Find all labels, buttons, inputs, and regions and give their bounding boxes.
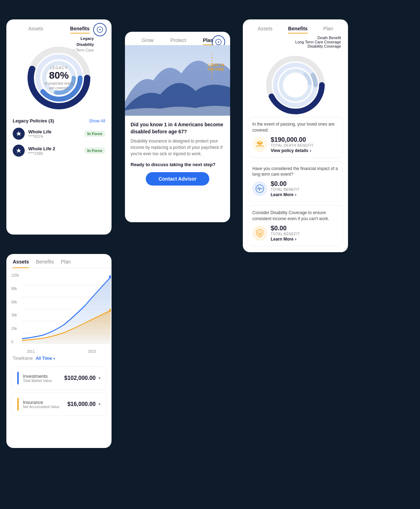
investments-bar bbox=[17, 372, 19, 384]
benefit-item-disability: Consider Disability Coverage to ensure c… bbox=[248, 205, 343, 246]
policy-item-2: Whole Life 2 ****2390 In Force bbox=[13, 145, 105, 157]
timeframe-chevron: ▾ bbox=[53, 357, 55, 360]
people-icon bbox=[252, 137, 267, 152]
svg-point-17 bbox=[259, 143, 261, 145]
assets-tabs: Assets Benefits Plan bbox=[6, 254, 112, 268]
y-axis: 0 15k 30k 60k 90k 120k bbox=[11, 273, 19, 344]
view-policy-link[interactable]: View policy details › bbox=[271, 148, 313, 153]
policies-header: Legacy Policies (3) Show All bbox=[13, 118, 105, 123]
svg-point-16 bbox=[260, 142, 263, 144]
learn-more-disability-link[interactable]: Learn More › bbox=[271, 237, 300, 242]
mountain-chart: LOSS IN INCOME ↑ ↓ bbox=[125, 45, 230, 116]
plan-card: Grow Protect Plan bbox=[125, 32, 230, 222]
policy-item-1: Whole Life ****8374 In Force bbox=[13, 128, 105, 140]
policies-section: Legacy Policies (3) Show All Whole Life … bbox=[6, 113, 112, 157]
card1-header: Assets Benefits bbox=[6, 19, 112, 34]
loss-income-label: LOSS IN INCOME bbox=[208, 63, 224, 71]
policies-title: Legacy Policies (3) bbox=[13, 118, 54, 123]
tab-assets-1[interactable]: Assets bbox=[28, 26, 43, 34]
right-donut bbox=[264, 53, 327, 117]
donut-center: LEGACY 80% of projected needs are covere… bbox=[44, 66, 73, 90]
policy-info-1: Whole Life ****8374 bbox=[28, 129, 84, 139]
policy-info-2: Whole Life 2 ****2390 bbox=[28, 146, 84, 156]
contact-advisor-button[interactable]: Contact Advisor bbox=[146, 172, 209, 186]
donut-section: Legacy Disability Long Term Care LEGACY bbox=[6, 36, 112, 113]
tab-benefits-4[interactable]: Benefits bbox=[36, 259, 54, 268]
assets-card: Assets Benefits Plan 0 15k 30k 60k 90k 1… bbox=[6, 254, 112, 448]
heart-monitor-icon bbox=[252, 181, 267, 196]
tab-assets-3[interactable]: Assets bbox=[258, 26, 272, 34]
x-axis: 2011 2023 bbox=[11, 349, 107, 353]
discuss-text: Ready to discuss taking the next step? bbox=[131, 162, 224, 167]
tab-grow[interactable]: Grow bbox=[142, 37, 154, 45]
insurance-bar bbox=[17, 398, 19, 411]
benefit-item-death: In the event of passing, your loved ones… bbox=[248, 117, 343, 158]
benefits-card: Assets Benefits Legacy Disability Long T… bbox=[6, 19, 112, 235]
tab-assets-4[interactable]: Assets bbox=[13, 259, 29, 268]
card2-header: Grow Protect Plan bbox=[125, 32, 230, 45]
tab-plan-3[interactable]: Plan bbox=[323, 26, 333, 34]
tab-protect[interactable]: Protect bbox=[170, 37, 186, 45]
logo-icon-1 bbox=[93, 23, 107, 36]
line-chart-svg bbox=[22, 273, 111, 347]
tab-benefits-1[interactable]: Benefits bbox=[70, 26, 90, 34]
plan-description: Disability insurance is designed to prot… bbox=[131, 138, 224, 157]
assets-chart-area: 0 15k 30k 60k 90k 120k bbox=[6, 268, 112, 353]
policy-icon-2 bbox=[13, 145, 25, 157]
learn-more-ltc-link[interactable]: Learn More › bbox=[271, 192, 300, 197]
card3-header: Assets Benefits Plan bbox=[243, 19, 348, 34]
right-legend: Death Benefit Long Term Care Coverage Di… bbox=[243, 34, 348, 50]
benefits-right-card: Assets Benefits Plan Death Benefit Long … bbox=[243, 19, 348, 252]
svg-point-15 bbox=[257, 142, 259, 144]
investments-chevron[interactable]: ▾ bbox=[98, 376, 101, 381]
timeframe-row: Timeframe All Time ▾ bbox=[6, 353, 112, 364]
asset-item-investments: Investments Total Market Value $102,000.… bbox=[11, 366, 107, 390]
tab-plan-4[interactable]: Plan bbox=[61, 259, 71, 268]
show-all-link[interactable]: Show All bbox=[89, 119, 105, 123]
timeframe-select[interactable]: All Time bbox=[36, 356, 52, 361]
plan-content: Did you know 1 in 4 Americans become dis… bbox=[125, 116, 230, 191]
donut-chart: LEGACY 80% of projected needs are covere… bbox=[24, 43, 94, 113]
in-force-badge-2: In Force bbox=[84, 147, 105, 154]
in-force-badge-1: In Force bbox=[84, 131, 105, 137]
tab-benefits-3[interactable]: Benefits bbox=[288, 26, 307, 34]
benefit-items-section: In the event of passing, your loved ones… bbox=[243, 117, 348, 246]
asset-item-insurance: Insurance Net Accumulated Value $16,000.… bbox=[11, 393, 107, 416]
policy-icon-1 bbox=[13, 128, 25, 140]
insurance-chevron[interactable]: ▾ bbox=[98, 402, 101, 407]
svg-text:$: $ bbox=[259, 232, 261, 235]
shield-dollar-icon: $ bbox=[252, 226, 267, 241]
benefit-item-ltc: Have you considered the financial impact… bbox=[248, 161, 343, 202]
arrow-indicator: ↑ ↓ bbox=[211, 51, 213, 80]
plan-question: Did you know 1 in 4 Americans become dis… bbox=[131, 121, 224, 135]
